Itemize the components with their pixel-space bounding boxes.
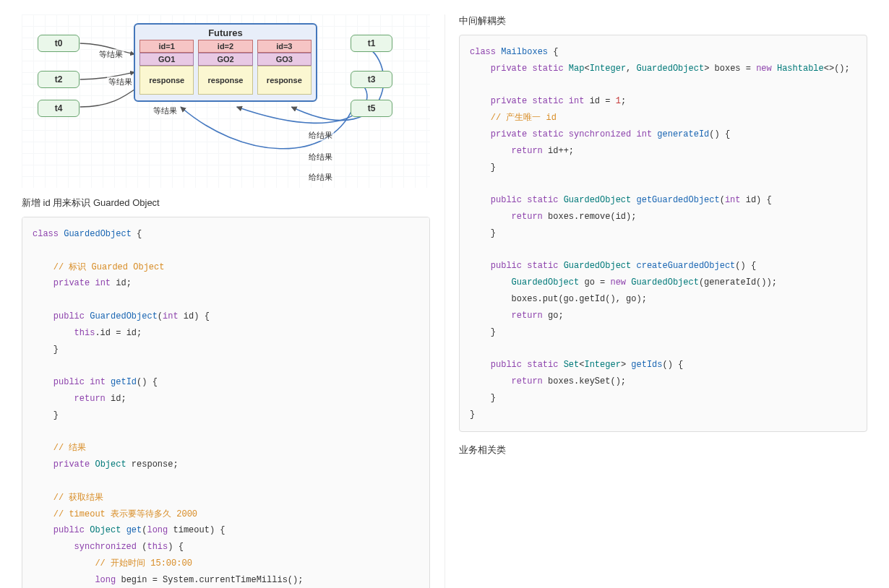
- slot-id-1: id=1: [139, 40, 194, 53]
- slot-go-1: GO1: [139, 53, 194, 66]
- futures-title: Futures: [139, 27, 312, 38]
- paragraph-business: 业务相关类: [459, 444, 867, 457]
- thread-t4: t4: [38, 100, 80, 117]
- thread-t3: t3: [351, 71, 392, 88]
- give-label-3: 给结果: [307, 172, 334, 183]
- code-block-guarded-object: class GuardedObject { // 标识 Guarded Obje…: [22, 217, 430, 588]
- wait-label-2: 等结果: [107, 77, 134, 87]
- thread-t2: t2: [38, 71, 80, 88]
- thread-t1: t1: [351, 35, 392, 52]
- slot-resp-1: response: [139, 66, 194, 95]
- thread-t5: t5: [351, 100, 392, 117]
- give-label-2: 给结果: [307, 152, 334, 163]
- give-label-1: 给结果: [307, 130, 334, 141]
- slot-go-3: GO3: [257, 53, 312, 66]
- slot-id-3: id=3: [257, 40, 312, 53]
- paragraph-decouple: 中间解耦类: [459, 14, 867, 27]
- slot-resp-2: response: [198, 66, 252, 95]
- futures-diagram: t0 t2 t4 t1 t3 t5 等结果 等结果 等结果 给结果 给结果 给结…: [22, 14, 430, 188]
- wait-label-3: 等结果: [152, 105, 179, 116]
- wait-label-1: 等结果: [98, 49, 124, 60]
- futures-box: Futures id=1 id=2 id=3 GO1 GO2 GO3 respo…: [134, 23, 317, 102]
- slot-id-2: id=2: [198, 40, 252, 53]
- paragraph-new-id: 新增 id 用来标识 Guarded Object: [22, 196, 430, 209]
- slot-go-2: GO2: [198, 53, 252, 66]
- slot-resp-3: response: [257, 66, 312, 95]
- code-block-mailboxes: class Mailboxes { private static Map<Int…: [459, 35, 867, 432]
- thread-t0: t0: [38, 35, 80, 52]
